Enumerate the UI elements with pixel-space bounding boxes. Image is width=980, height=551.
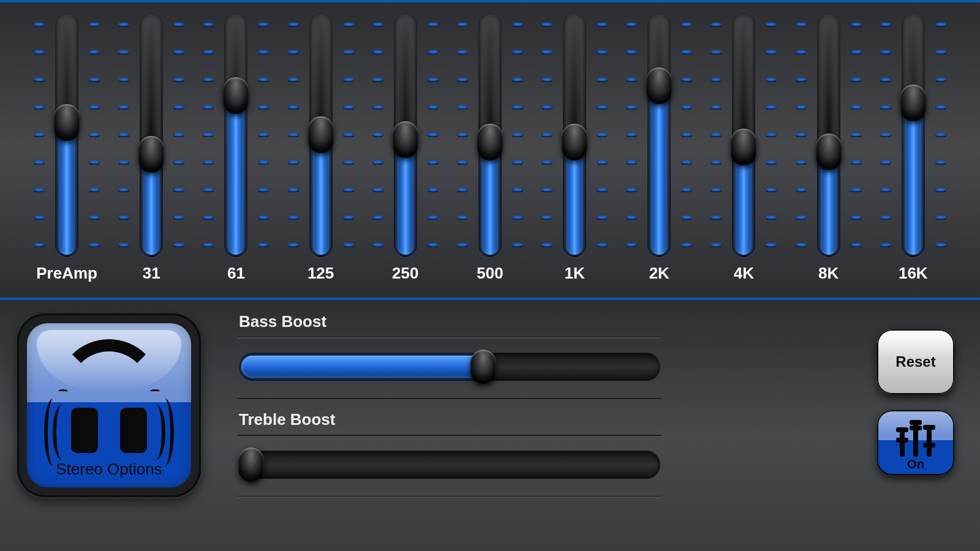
eq-tick bbox=[118, 243, 129, 247]
eq-tick bbox=[880, 160, 891, 165]
eq-band-label: 31 bbox=[143, 264, 160, 283]
eq-tick bbox=[203, 23, 214, 27]
eq-tick bbox=[343, 188, 354, 192]
divider bbox=[238, 337, 662, 339]
eq-tick bbox=[626, 78, 637, 82]
eq-tick bbox=[34, 78, 45, 82]
eq-band-31: 31 bbox=[115, 12, 188, 257]
eq-tick bbox=[118, 105, 129, 110]
eq-tick bbox=[34, 23, 45, 27]
eq-tick bbox=[935, 243, 946, 247]
reset-button[interactable]: Reset bbox=[877, 329, 954, 394]
eq-tick bbox=[626, 50, 637, 54]
eq-tick bbox=[541, 243, 552, 247]
eq-tick bbox=[710, 23, 722, 27]
eq-tick bbox=[457, 105, 468, 110]
eq-tick bbox=[343, 160, 354, 165]
eq-tick bbox=[457, 133, 468, 137]
eq-tick bbox=[34, 216, 45, 220]
eq-tick bbox=[343, 133, 354, 137]
eq-toggle-button[interactable]: On bbox=[877, 410, 954, 475]
eq-tick bbox=[428, 243, 439, 247]
eq-slider-thumb[interactable] bbox=[54, 104, 80, 141]
eq-slider[interactable] bbox=[647, 12, 671, 257]
stereo-options-button[interactable]: Stereo Options bbox=[17, 313, 201, 497]
eq-tick bbox=[597, 23, 608, 27]
eq-slider[interactable] bbox=[309, 12, 333, 257]
eq-tick bbox=[118, 216, 129, 220]
eq-tick bbox=[258, 23, 269, 27]
eq-tick bbox=[796, 133, 807, 137]
eq-band-2k: 2K bbox=[622, 12, 696, 257]
eq-slider[interactable] bbox=[563, 12, 586, 257]
eq-tick bbox=[626, 188, 637, 192]
eq-slider[interactable] bbox=[394, 12, 417, 257]
eq-slider[interactable] bbox=[902, 12, 925, 257]
eq-slider-thumb[interactable] bbox=[308, 116, 334, 153]
eq-tick bbox=[626, 23, 637, 27]
eq-tick bbox=[935, 105, 946, 110]
eq-tick bbox=[203, 78, 214, 82]
eq-slider[interactable] bbox=[817, 12, 840, 257]
eq-slider-thumb[interactable] bbox=[731, 129, 756, 165]
eq-tick bbox=[34, 243, 45, 247]
eq-tick bbox=[118, 50, 129, 54]
eq-tick bbox=[626, 216, 637, 220]
eq-band-label: 500 bbox=[477, 264, 503, 283]
eq-tick bbox=[457, 50, 468, 54]
eq-tick bbox=[457, 188, 468, 192]
eq-band-250: 250 bbox=[369, 12, 442, 257]
eq-band-500: 500 bbox=[453, 12, 527, 257]
eq-tick bbox=[34, 50, 45, 54]
eq-slider[interactable] bbox=[55, 12, 78, 257]
eq-tick bbox=[372, 23, 383, 27]
eq-band-label: 250 bbox=[392, 264, 418, 283]
eq-tick bbox=[597, 160, 608, 165]
eq-tick bbox=[288, 133, 299, 137]
eq-tick bbox=[173, 105, 184, 110]
eq-slider-thumb[interactable] bbox=[816, 133, 842, 170]
eq-slider-thumb[interactable] bbox=[223, 77, 249, 114]
eq-tick bbox=[541, 160, 552, 165]
eq-tick bbox=[372, 243, 383, 247]
eq-tick bbox=[288, 23, 299, 27]
eq-tick bbox=[34, 160, 45, 165]
eq-tick bbox=[457, 216, 468, 220]
eq-slider[interactable] bbox=[224, 12, 247, 257]
eq-tick bbox=[851, 78, 862, 82]
eq-tick bbox=[89, 78, 100, 82]
lower-panel: Stereo Options Bass Boost Treble Boost R… bbox=[0, 300, 980, 551]
eq-tick bbox=[512, 23, 523, 27]
eq-tick bbox=[880, 78, 891, 82]
stereo-options-label: Stereo Options bbox=[27, 460, 191, 479]
eq-slider[interactable] bbox=[478, 12, 502, 257]
eq-tick bbox=[681, 105, 692, 110]
eq-slider-thumb[interactable] bbox=[900, 84, 926, 121]
bass-boost-slider[interactable] bbox=[239, 353, 660, 381]
eq-tick bbox=[372, 188, 383, 192]
eq-band-label: 61 bbox=[227, 264, 245, 283]
eq-tick bbox=[118, 188, 129, 192]
eq-tick bbox=[541, 105, 552, 110]
eq-tick bbox=[597, 78, 608, 82]
eq-tick bbox=[89, 105, 100, 110]
eq-slider-thumb[interactable] bbox=[562, 124, 587, 160]
eq-tick bbox=[851, 105, 862, 110]
eq-tick bbox=[428, 23, 439, 27]
eq-tick bbox=[626, 105, 637, 110]
eq-tick bbox=[89, 50, 100, 54]
eq-tick bbox=[541, 23, 552, 27]
eq-tick bbox=[203, 50, 214, 54]
treble-boost-slider[interactable] bbox=[239, 451, 660, 479]
eq-band-label: 2K bbox=[649, 264, 669, 283]
eq-slider-thumb[interactable] bbox=[393, 121, 418, 158]
eq-slider[interactable] bbox=[140, 12, 163, 257]
eq-slider-thumb[interactable] bbox=[646, 67, 672, 104]
eq-tick bbox=[851, 50, 862, 54]
eq-slider-thumb[interactable] bbox=[138, 136, 164, 173]
eq-tick bbox=[512, 133, 523, 137]
eq-slider[interactable] bbox=[732, 12, 755, 257]
eq-tick bbox=[512, 188, 523, 192]
eq-tick bbox=[258, 105, 269, 110]
eq-slider-thumb[interactable] bbox=[477, 124, 503, 160]
